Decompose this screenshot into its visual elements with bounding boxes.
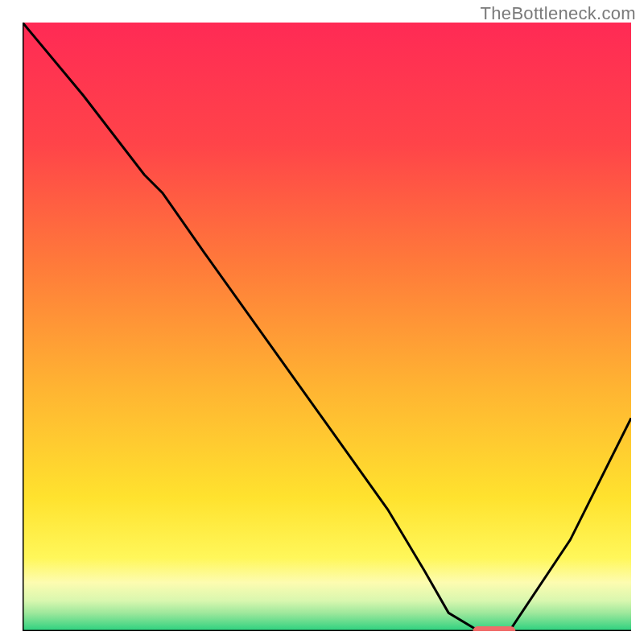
- optimal-marker: [473, 626, 515, 631]
- chart-svg: [23, 23, 631, 631]
- plot-background: [23, 23, 631, 631]
- chart-container: [23, 23, 631, 631]
- page-root: TheBottleneck.com: [0, 0, 644, 644]
- watermark-text: TheBottleneck.com: [481, 3, 636, 24]
